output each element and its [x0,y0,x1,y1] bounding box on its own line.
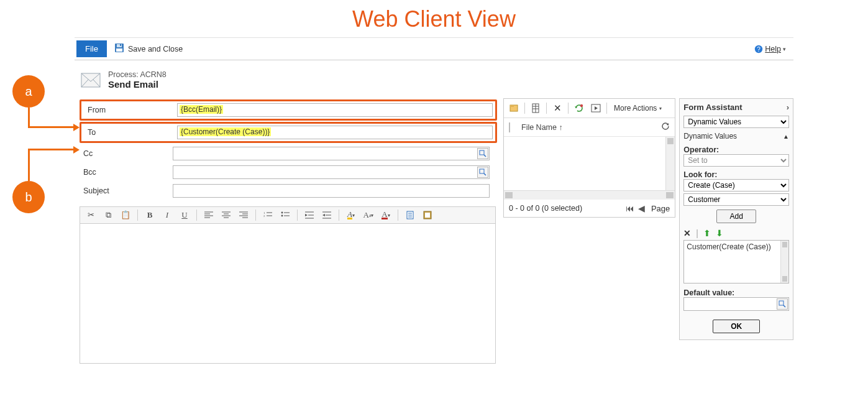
toolbar-separator [546,103,547,114]
selected-fields-list[interactable]: Customer(Create (Case)) [683,240,789,283]
ok-button[interactable]: OK [713,320,760,333]
app-frame: a b File Save and Close ? Help ▾ Process… [75,37,793,364]
ordered-list-icon[interactable]: 12 [262,210,273,221]
default-value-input[interactable] [683,297,789,311]
vertical-scrollbar[interactable] [780,241,788,283]
subject-input[interactable] [173,184,490,198]
refresh-icon[interactable] [661,122,670,132]
svg-point-29 [281,215,283,217]
default-value-label: Default value: [683,288,789,297]
toolbar-separator [297,210,298,221]
subject-label: Subject [80,187,173,195]
insert-template-icon[interactable] [404,210,416,221]
from-input[interactable] [177,103,493,117]
copy-icon[interactable]: ⧉ [103,210,114,221]
lookfor-label: Look for: [683,170,789,179]
vertical-scrollbar[interactable] [665,137,675,190]
process-line: Process: ACRN8 [108,70,167,79]
to-input[interactable] [177,126,493,139]
lookfor-field-select[interactable]: Customer [683,193,789,206]
attachments-toolbar: ✕ More Actions ▾ [504,99,675,118]
bcc-input[interactable] [173,165,490,179]
add-button[interactable]: Add [716,210,756,223]
cc-lookup-button[interactable] [477,148,488,159]
svg-rect-9 [480,169,484,173]
italic-button[interactable]: I [162,210,173,221]
pager-first-icon[interactable]: ⏮ [626,203,634,213]
toolbar-separator [606,103,607,114]
editor-toolbar: ✂ ⧉ 📋 B I U [80,206,496,224]
lookfor-entity-select[interactable]: Create (Case) [683,179,789,191]
section-collapse-icon[interactable]: ▲ [783,133,789,140]
unordered-list-icon[interactable] [280,210,291,221]
highlight-color-icon[interactable]: A▾ [345,210,357,221]
toolbar-separator [196,210,197,221]
compose-column: From {Bcc(Email)} To {Customer(Create (C… [75,98,497,364]
pager-prev-icon[interactable]: ◀ [638,203,645,213]
refresh-attachment-icon[interactable] [572,101,587,115]
form-assistant-panel: Form Assistant › Dynamic Values Dynamic … [679,98,793,340]
editor-body[interactable] [80,224,496,364]
chevron-down-icon: ▾ [659,106,662,111]
from-label: From [84,106,177,114]
more-actions-menu[interactable]: More Actions ▾ [614,104,662,113]
horizontal-scrollbar[interactable] [504,190,675,200]
help-link[interactable]: ? Help ▾ [754,45,786,53]
svg-point-27 [281,212,283,214]
font-color-icon[interactable]: A▾ [380,210,391,221]
attachments-panel: ✕ More Actions ▾ File Name ↑ [503,98,675,218]
toolbar-separator [339,210,339,221]
attachment-grid-icon[interactable] [528,101,543,115]
move-down-icon[interactable]: ⬇ [716,228,723,238]
operator-select[interactable]: Set to [683,154,789,167]
to-row: To {Customer(Create (Case))} [80,122,497,143]
file-button[interactable]: File [76,40,107,57]
save-and-close-button[interactable]: Save and Close [114,43,183,55]
svg-line-8 [484,155,486,157]
bcc-lookup-button[interactable] [477,167,488,178]
envelope-icon [81,73,101,88]
more-actions-label: More Actions [614,104,657,113]
run-attachment-icon[interactable] [588,101,603,115]
underline-button[interactable]: U [179,210,190,221]
collapse-chevron-icon[interactable]: › [787,103,789,112]
dynamic-values-section[interactable]: Dynamic Values [683,132,737,141]
mini-separator: | [696,228,698,238]
paste-icon[interactable]: 📋 [120,210,131,221]
insert-article-icon[interactable] [422,210,433,221]
cc-input[interactable] [173,147,490,160]
attachments-footer: 0 - 0 of 0 (0 selected) ⏮ ◀ Page [504,200,675,217]
callout-a: a [12,75,45,108]
svg-text:2: 2 [263,214,265,218]
svg-line-57 [783,305,785,307]
align-left-icon[interactable] [203,210,214,221]
callout-a-arrow [73,124,80,131]
help-icon: ? [754,45,763,53]
list-item[interactable]: Customer(Create (Case)) [687,242,770,251]
file-name-column[interactable]: File Name ↑ [510,123,661,132]
toolbar-separator [398,210,398,221]
font-size-icon[interactable]: Aa▾ [363,210,374,221]
from-row: From {Bcc(Email)} [80,99,497,121]
toolbar-separator [568,103,569,114]
outdent-icon[interactable] [304,210,315,221]
callout-b: b [12,181,45,213]
new-attachment-icon[interactable] [506,101,521,115]
bold-button[interactable]: B [144,210,155,221]
svg-rect-44 [425,213,430,218]
cut-icon[interactable]: ✂ [85,210,96,221]
align-center-icon[interactable] [221,210,232,221]
remove-item-icon[interactable]: ✕ [683,228,691,238]
lookup-icon [479,150,487,157]
callout-b-arrow [73,146,80,154]
align-right-icon[interactable] [238,210,249,221]
indent-icon[interactable] [321,210,332,221]
svg-rect-7 [480,150,484,155]
move-up-icon[interactable]: ⬆ [703,228,711,238]
lookup-icon [779,300,786,308]
default-lookup-button[interactable] [777,298,788,310]
delete-attachment-icon[interactable]: ✕ [550,101,565,115]
save-and-close-label: Save and Close [128,45,183,53]
topbar: File Save and Close ? Help ▾ [75,38,793,60]
assistant-mode-select[interactable]: Dynamic Values [683,116,789,128]
